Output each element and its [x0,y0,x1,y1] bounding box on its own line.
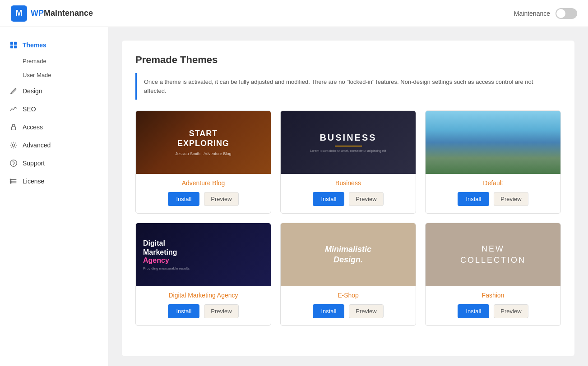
theme-thumbnail-business: BUSINESS Lorem ipsum dolor sit amet, con… [281,111,416,174]
svg-point-10 [10,179,11,180]
theme-info-adventure: Adventure Blog Install Preview [136,174,271,213]
theme-thumbnail-adventure: STARTEXPLORING Jessica Smith | Adventure… [136,111,271,174]
maintenance-label: Maintenance [514,10,550,17]
svg-rect-1 [14,42,17,45]
design-label: Design [23,87,42,95]
theme-actions-adventure: Install Preview [143,192,264,206]
seo-icon [9,105,18,114]
install-button-default[interactable]: Install [458,192,489,206]
design-icon [9,87,18,96]
svg-point-6 [10,160,17,166]
preview-button-digital[interactable]: Preview [204,304,238,318]
themes-icon [9,41,18,50]
main-content: Premade Themes Once a theme is activated… [108,27,588,366]
theme-thumbnail-eshop: MinimalisticDesign. [281,223,416,286]
install-button-adventure[interactable]: Install [168,192,199,206]
sidebar: Themes Premade User Made Design SEO Acce… [0,27,108,366]
sidebar-item-user-made[interactable]: User Made [0,68,108,82]
advanced-icon [9,141,18,150]
theme-thumbnail-digital: DigitalMarketing Agency Providing measur… [136,223,271,286]
theme-name-adventure: Adventure Blog [143,179,264,187]
svg-point-12 [10,182,11,183]
theme-card-digital: DigitalMarketing Agency Providing measur… [135,223,271,326]
preview-button-business[interactable]: Preview [349,192,383,206]
theme-name-default: Default [433,179,553,187]
install-button-eshop[interactable]: Install [313,304,344,318]
sidebar-item-design[interactable]: Design [0,82,108,100]
preview-button-default[interactable]: Preview [494,192,528,206]
svg-rect-0 [10,42,13,45]
sidebar-item-license[interactable]: License [0,172,108,190]
sidebar-item-premade[interactable]: Premade [0,54,108,68]
sidebar-item-access[interactable]: Access [0,118,108,136]
svg-rect-3 [14,46,17,48]
logo-icon: M [11,5,27,22]
maintenance-toggle[interactable] [556,8,577,19]
logo: M WPMaintenance [11,5,93,22]
preview-button-eshop[interactable]: Preview [349,304,383,318]
install-button-digital[interactable]: Install [168,304,199,318]
theme-name-business: Business [288,179,408,187]
preview-button-adventure[interactable]: Preview [204,192,238,206]
theme-actions-business: Install Preview [288,192,408,206]
license-label: License [23,178,44,185]
sidebar-item-advanced[interactable]: Advanced [0,136,108,154]
content-inner: Premade Themes Once a theme is activated… [122,41,574,356]
advanced-label: Advanced [23,142,51,149]
access-icon [9,123,18,132]
svg-point-11 [10,181,11,182]
seo-label: SEO [23,105,36,113]
svg-rect-4 [12,127,16,130]
theme-actions-eshop: Install Preview [288,304,408,318]
install-button-business[interactable]: Install [313,192,344,206]
info-text: Once a theme is activated, it can be ful… [144,78,533,94]
theme-card-default: Default Install Preview [425,110,561,214]
theme-info-business: Business Install Preview [281,174,416,213]
svg-rect-2 [10,46,13,48]
install-button-fashion[interactable]: Install [458,304,489,318]
theme-card-adventure-blog: STARTEXPLORING Jessica Smith | Adventure… [135,110,271,214]
theme-card-fashion: NEWCOLLECTION Fashion Install Preview [425,223,561,326]
sidebar-item-support[interactable]: Support [0,154,108,172]
info-box: Once a theme is activated, it can be ful… [135,73,561,100]
support-label: Support [23,160,45,167]
main-layout: Themes Premade User Made Design SEO Acce… [0,27,588,366]
support-icon [9,159,18,168]
sidebar-item-themes[interactable]: Themes [0,36,108,54]
app-header: M WPMaintenance Maintenance [0,0,588,27]
themes-label: Themes [23,41,46,49]
theme-name-digital: Digital Marketing Agency [143,292,264,299]
themes-grid: STARTEXPLORING Jessica Smith | Adventure… [135,110,561,326]
logo-text: WPMaintenance [31,9,93,18]
theme-thumbnail-default [426,111,560,174]
page-title: Premade Themes [135,54,561,66]
theme-name-fashion: Fashion [433,292,553,299]
sidebar-item-seo[interactable]: SEO [0,100,108,118]
svg-point-5 [12,144,14,146]
license-icon [9,177,18,186]
theme-info-eshop: E-Shop Install Preview [281,286,416,325]
access-label: Access [23,124,43,131]
preview-button-fashion[interactable]: Preview [494,304,528,318]
theme-actions-fashion: Install Preview [433,304,553,318]
theme-name-eshop: E-Shop [288,292,408,299]
theme-card-eshop: MinimalisticDesign. E-Shop Install Previ… [280,223,416,326]
theme-card-business: BUSINESS Lorem ipsum dolor sit amet, con… [280,110,416,214]
theme-info-default: Default Install Preview [426,174,560,213]
theme-actions-default: Install Preview [433,192,553,206]
theme-info-fashion: Fashion Install Preview [426,286,560,325]
theme-thumbnail-fashion: NEWCOLLECTION [426,223,560,286]
theme-info-digital: Digital Marketing Agency Install Preview [136,286,271,325]
header-right: Maintenance [514,8,577,19]
theme-actions-digital: Install Preview [143,304,264,318]
